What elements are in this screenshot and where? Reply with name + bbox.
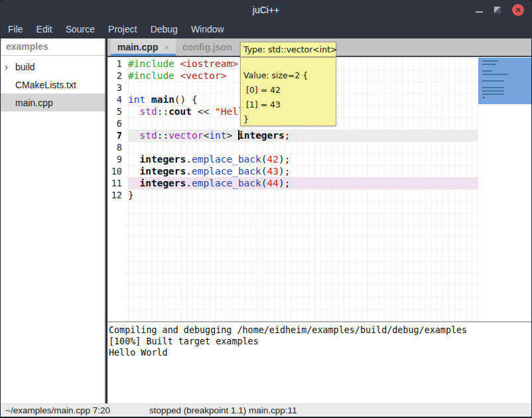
code-line-9: integers.emplace_back(42); <box>128 153 478 165</box>
menu-item-debug[interactable]: Debug <box>144 20 184 38</box>
code-line-7: std::vector<int> integers; <box>128 129 478 141</box>
code-token: integers <box>139 178 186 188</box>
minimap-code-line <box>482 64 496 65</box>
minimap-code-line <box>482 70 492 72</box>
code-token: vector <box>168 130 203 141</box>
code-token <box>128 178 139 188</box>
project-name: examples <box>1 38 105 56</box>
tab-main-cpp[interactable]: main.cpp× <box>111 38 176 56</box>
minimap-code-line <box>482 94 504 95</box>
debug-tooltip-value: Value: size=2 { [0] = 42 [1] = 43} <box>240 57 336 126</box>
code-token: 42 <box>267 154 279 165</box>
minimize-icon[interactable] <box>476 11 483 13</box>
code-token: < <box>204 130 210 141</box>
menu-item-edit[interactable]: Edit <box>30 20 59 38</box>
code-token: << <box>192 106 215 117</box>
line-number-gutter: 123456789101112 <box>107 58 124 201</box>
code-token: integers <box>139 154 186 165</box>
minimap-code-line <box>482 60 498 62</box>
menu-bar: FileEditSourceProjectDebugWindow <box>0 20 532 38</box>
line-number: 12 <box>107 189 122 201</box>
tab-close-icon[interactable]: × <box>164 42 169 52</box>
code-token: cout <box>168 106 192 117</box>
window-controls: ✕ <box>476 0 524 20</box>
tab-label: config.json <box>182 42 232 52</box>
code-line-10: integers.emplace_back(43); <box>128 165 478 177</box>
tree-item-cmakelists-txt[interactable]: CMakeLists.txt <box>1 76 105 94</box>
code-token: std <box>139 106 157 117</box>
code-token: ; <box>285 130 291 141</box>
code-token: main <box>151 94 174 105</box>
app-window: juCi++ ✕ FileEditSourceProjectDebugWindo… <box>0 0 532 418</box>
menu-item-file[interactable]: File <box>1 20 30 38</box>
minimap-visible-region[interactable] <box>478 58 531 104</box>
code-token: 43 <box>267 166 279 176</box>
tooltip-value-line: [1] = 43 <box>243 98 333 112</box>
code-token: 44 <box>267 178 279 188</box>
file-tree: ›buildCMakeLists.txtmain.cpp <box>1 56 105 111</box>
line-number: 7 <box>107 129 122 141</box>
terminal-line: [100%] Built target examples <box>109 336 531 347</box>
tooltip-value-line: } <box>243 112 333 127</box>
code-token: ( <box>261 166 267 176</box>
menu-item-window[interactable]: Window <box>184 20 231 38</box>
chevron-right-icon[interactable]: › <box>5 58 15 76</box>
code-token <box>174 58 180 69</box>
menu-item-source[interactable]: Source <box>59 20 101 38</box>
close-icon[interactable]: ✕ <box>512 4 524 16</box>
terminal-line: Hello World <box>109 347 531 358</box>
code-line-11: integers.emplace_back(44); <box>128 177 478 189</box>
code-token <box>174 70 180 81</box>
code-token: . <box>186 178 192 188</box>
code-token: integers <box>139 166 186 176</box>
line-number: 11 <box>107 177 122 189</box>
code-token <box>128 154 139 165</box>
code-token: ( <box>261 178 267 188</box>
code-token: integers <box>238 130 285 141</box>
code-token: . <box>186 166 192 176</box>
code-token: :: <box>157 130 168 141</box>
tab-config-json[interactable]: config.json <box>176 38 239 56</box>
terminal-output[interactable]: Compiling and debugging /home/eidheim/ex… <box>107 322 531 403</box>
line-number: 8 <box>107 141 122 153</box>
sidebar: examples ›buildCMakeLists.txtmain.cpp <box>1 38 106 403</box>
code-token: emplace_back <box>192 178 261 188</box>
code-token: int <box>128 94 145 105</box>
code-token: ); <box>279 166 290 176</box>
code-token: emplace_back <box>192 166 261 176</box>
tooltip-value-line: [0] = 42 <box>243 83 333 98</box>
code-line-8 <box>128 141 478 153</box>
terminal-line: Compiling and debugging /home/eidheim/ex… <box>109 324 531 336</box>
minimap-code-line <box>482 90 504 92</box>
restore-icon[interactable] <box>494 7 501 13</box>
code-token: } <box>128 190 134 200</box>
code-token: std <box>139 130 157 141</box>
overview-minimap[interactable] <box>478 57 531 321</box>
code-token <box>128 166 139 176</box>
line-number: 2 <box>107 70 122 82</box>
line-number: 10 <box>107 165 122 177</box>
tab-label: main.cpp <box>117 42 158 52</box>
menu-item-project[interactable]: Project <box>101 20 144 38</box>
code-token: ); <box>279 154 290 165</box>
code-token <box>145 94 151 105</box>
debug-tooltip-type: Type: std::vector<int> <box>240 42 336 57</box>
tooltip-value-line: Value: size=2 { <box>243 68 333 83</box>
minimap-code-line <box>482 97 485 98</box>
code-token: int <box>209 130 226 141</box>
tree-item-build[interactable]: ›build <box>1 58 105 76</box>
window-title: juCi++ <box>0 0 532 20</box>
tree-item-main-cpp[interactable]: main.cpp <box>1 94 105 111</box>
code-token: emplace_back <box>192 154 261 165</box>
tree-item-label: main.cpp <box>15 98 53 108</box>
code-token: ); <box>279 178 290 188</box>
code-token: :: <box>157 106 168 117</box>
code-token: > <box>226 130 237 141</box>
code-token: <vector> <box>180 70 227 81</box>
line-number: 1 <box>107 58 122 70</box>
title-bar: juCi++ ✕ <box>0 0 532 20</box>
code-token: <iostream> <box>180 58 238 69</box>
line-number: 4 <box>107 94 122 105</box>
minimap-code-line <box>482 74 508 75</box>
code-token: #include <box>128 58 174 69</box>
